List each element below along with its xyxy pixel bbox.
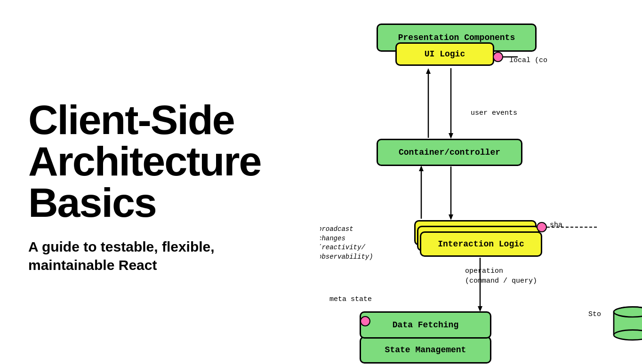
svg-marker-7 xyxy=(419,166,424,171)
storage-cylinder xyxy=(609,306,642,343)
pink-dot-ui-logic xyxy=(493,52,503,62)
left-panel: Client-Side Architecture Basics A guide … xyxy=(0,0,320,364)
label-meta-state: meta state xyxy=(329,295,372,303)
pink-dot-data-fetching xyxy=(360,316,370,326)
svg-marker-5 xyxy=(449,214,453,220)
interaction-logic-box: Interaction Logic xyxy=(420,231,542,257)
main-title: Client-Side Architecture Basics xyxy=(28,99,297,223)
ui-logic-box: UI Logic xyxy=(395,42,494,66)
svg-marker-3 xyxy=(426,68,431,74)
data-fetching-box: Data Fetching xyxy=(360,311,491,339)
label-broadcast: broadcast changes (reactivity/ observabi… xyxy=(320,225,373,261)
label-local: local (co xyxy=(509,56,547,64)
svg-point-16 xyxy=(614,330,642,340)
state-management-box: State Management xyxy=(360,336,491,364)
label-storage: Sto xyxy=(588,310,601,318)
label-user-events: user events xyxy=(471,109,517,117)
subtitle: A guide to testable, flexible, maintaina… xyxy=(28,237,297,274)
svg-marker-1 xyxy=(449,133,453,139)
svg-point-17 xyxy=(614,307,642,317)
label-shared: sha xyxy=(550,221,562,229)
pink-dot-interaction xyxy=(537,222,547,232)
container-controller-box: Container/controller xyxy=(377,139,522,166)
diagram-panel: Presentation Components UI Logic Contain… xyxy=(320,0,642,364)
label-operation: operation (command / query) xyxy=(465,266,537,286)
